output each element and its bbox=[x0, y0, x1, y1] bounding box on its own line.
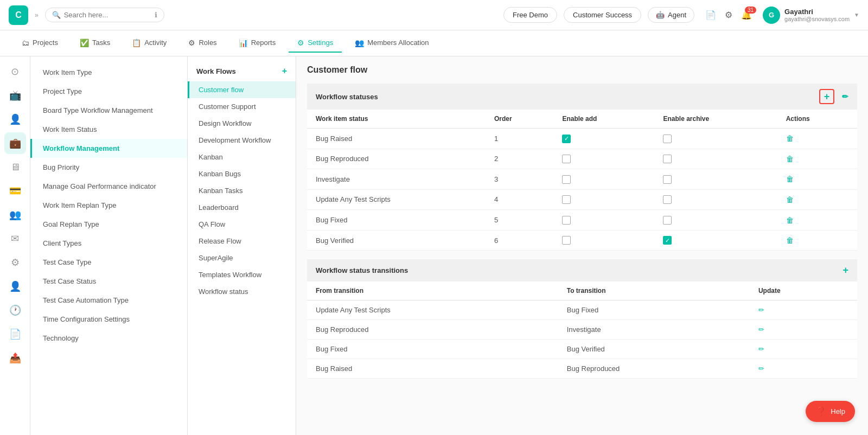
tab-tasks[interactable]: ✅ Tasks bbox=[71, 34, 119, 53]
settings-item-test-case-status[interactable]: Test Case Status bbox=[30, 272, 187, 291]
sidebar-icon-circle[interactable]: ⊙ bbox=[4, 61, 26, 82]
status-enable-archive[interactable] bbox=[654, 189, 777, 210]
workflow-item-superagile[interactable]: SuperAgile bbox=[188, 250, 296, 266]
status-enable-archive[interactable] bbox=[654, 210, 777, 231]
tab-reports[interactable]: 📊 Reports bbox=[230, 34, 285, 53]
delete-button[interactable]: 🗑 bbox=[786, 236, 794, 245]
sidebar-icon-group[interactable]: 👥 bbox=[4, 204, 26, 226]
enable-archive-checkbox[interactable] bbox=[663, 155, 672, 163]
settings-item-work-item-replan[interactable]: Work Item Replan Type bbox=[30, 196, 187, 215]
enable-add-checkbox[interactable] bbox=[562, 155, 571, 163]
tab-settings[interactable]: ⚙ Settings bbox=[289, 34, 342, 53]
status-enable-archive[interactable] bbox=[654, 149, 777, 169]
delete-button[interactable]: 🗑 bbox=[786, 155, 794, 163]
workflow-item-design-workflow[interactable]: Design Workflow bbox=[188, 115, 296, 132]
workflow-item-templates-workflow[interactable]: Templates Workflow bbox=[188, 266, 296, 283]
workflow-item-customer-support[interactable]: Customer Support bbox=[188, 98, 296, 115]
search-box[interactable]: 🔍 ℹ bbox=[45, 8, 164, 22]
tab-projects[interactable]: 🗂 Projects bbox=[13, 34, 67, 53]
settings-item-client-types[interactable]: Client Types bbox=[30, 234, 187, 253]
notification-icon[interactable]: 🔔 31 bbox=[741, 10, 752, 20]
transition-update[interactable]: ✏ bbox=[750, 320, 857, 340]
sidebar-icon-send[interactable]: 📤 bbox=[4, 347, 26, 369]
enable-add-checkbox[interactable]: ✓ bbox=[562, 135, 571, 143]
enable-add-checkbox[interactable] bbox=[562, 236, 571, 245]
document-icon[interactable]: 📄 bbox=[705, 10, 716, 20]
transition-edit-button[interactable]: ✏ bbox=[758, 325, 764, 334]
workflow-status-add-button[interactable]: + bbox=[819, 89, 834, 104]
settings-item-work-item-type[interactable]: Work Item Type bbox=[30, 63, 187, 82]
transitions-add-button[interactable]: + bbox=[843, 265, 848, 276]
settings-item-bug-priority[interactable]: Bug Priority bbox=[30, 158, 187, 177]
status-enable-add[interactable] bbox=[553, 189, 654, 210]
enable-add-checkbox[interactable] bbox=[562, 195, 571, 204]
status-enable-archive[interactable]: ✓ bbox=[654, 230, 777, 251]
settings-item-technology[interactable]: Technology bbox=[30, 329, 187, 348]
sidebar-icon-mail[interactable]: ✉ bbox=[4, 228, 26, 250]
enable-archive-checkbox[interactable] bbox=[663, 135, 672, 143]
status-enable-add[interactable]: ✓ bbox=[553, 129, 654, 149]
status-enable-archive[interactable] bbox=[654, 129, 777, 149]
enable-add-checkbox[interactable] bbox=[562, 216, 571, 225]
workflow-item-workflow-status[interactable]: Workflow status bbox=[188, 283, 296, 300]
workflow-item-kanban[interactable]: Kanban bbox=[188, 149, 296, 165]
tab-activity[interactable]: 📋 Activity bbox=[123, 34, 175, 53]
transition-edit-button[interactable]: ✏ bbox=[758, 306, 764, 314]
settings-item-work-item-status[interactable]: Work Item Status bbox=[30, 120, 187, 139]
transition-edit-button[interactable]: ✏ bbox=[758, 345, 764, 353]
workflow-item-development-workflow[interactable]: Development Workflow bbox=[188, 132, 296, 149]
enable-archive-checkbox[interactable]: ✓ bbox=[663, 236, 672, 245]
delete-button[interactable]: 🗑 bbox=[786, 216, 794, 225]
settings-item-goal-replan[interactable]: Goal Replan Type bbox=[30, 215, 187, 234]
settings-item-test-case-automation[interactable]: Test Case Automation Type bbox=[30, 291, 187, 310]
agent-button[interactable]: 🤖 Agent bbox=[648, 7, 694, 23]
sidebar-icon-doc[interactable]: 📄 bbox=[4, 323, 26, 345]
settings-item-time-config[interactable]: Time Configuration Settings bbox=[30, 310, 187, 329]
delete-button[interactable]: 🗑 bbox=[786, 134, 794, 143]
workflow-item-kanban-tasks[interactable]: Kanban Tasks bbox=[188, 182, 296, 199]
status-enable-add[interactable] bbox=[553, 149, 654, 169]
sidebar-icon-gear[interactable]: ⚙ bbox=[4, 252, 26, 273]
workflow-item-leaderboard[interactable]: Leaderboard bbox=[188, 199, 296, 216]
workflow-status-edit-button[interactable]: ✏ bbox=[842, 92, 848, 101]
enable-archive-checkbox[interactable] bbox=[663, 216, 672, 225]
enable-archive-checkbox[interactable] bbox=[663, 195, 672, 204]
sidebar-icon-card[interactable]: 💳 bbox=[4, 180, 26, 202]
sidebar-icon-clock[interactable]: 🕐 bbox=[4, 299, 26, 321]
status-enable-archive[interactable] bbox=[654, 169, 777, 190]
free-demo-button[interactable]: Free Demo bbox=[503, 7, 557, 23]
settings-item-project-type[interactable]: Project Type bbox=[30, 82, 187, 101]
status-enable-add[interactable] bbox=[553, 210, 654, 231]
settings-item-manage-goal[interactable]: Manage Goal Performance indicator bbox=[30, 177, 187, 196]
enable-archive-checkbox[interactable] bbox=[663, 175, 672, 184]
status-enable-add[interactable] bbox=[553, 169, 654, 190]
search-input[interactable] bbox=[64, 11, 151, 19]
settings-item-workflow-management[interactable]: Workflow Management bbox=[30, 139, 187, 158]
user-menu[interactable]: G Gayathri gayathri@snovasys.com ▼ bbox=[763, 7, 859, 24]
settings-item-board-type[interactable]: Board Type Workflow Management bbox=[30, 101, 187, 120]
sidebar-icon-monitor[interactable]: 🖥 bbox=[4, 156, 26, 178]
workflow-item-customer-flow[interactable]: Customer flow bbox=[188, 81, 296, 98]
sidebar-icon-person2[interactable]: 👤 bbox=[4, 276, 26, 297]
help-button[interactable]: ❓ Help bbox=[806, 401, 855, 422]
workflow-item-kanban-bugs[interactable]: Kanban Bugs bbox=[188, 165, 296, 182]
status-enable-add[interactable] bbox=[553, 230, 654, 251]
sidebar-icon-person[interactable]: 👤 bbox=[4, 108, 26, 130]
sidebar-icon-tv[interactable]: 📺 bbox=[4, 85, 26, 106]
tab-members-allocation[interactable]: 👥 Members Allocation bbox=[346, 34, 437, 53]
delete-button[interactable]: 🗑 bbox=[786, 175, 794, 183]
settings-icon[interactable]: ⚙ bbox=[725, 10, 732, 20]
workflow-item-qa-flow[interactable]: QA Flow bbox=[188, 216, 296, 233]
transition-update[interactable]: ✏ bbox=[750, 300, 857, 320]
tab-roles[interactable]: ⚙ Roles bbox=[180, 34, 225, 53]
transition-edit-button[interactable]: ✏ bbox=[758, 364, 764, 373]
settings-item-test-case-type[interactable]: Test Case Type bbox=[30, 253, 187, 272]
customer-success-button[interactable]: Customer Success bbox=[564, 7, 641, 23]
sidebar-icon-briefcase[interactable]: 💼 bbox=[4, 132, 26, 154]
transition-update[interactable]: ✏ bbox=[750, 359, 857, 379]
transition-update[interactable]: ✏ bbox=[750, 340, 857, 359]
enable-add-checkbox[interactable] bbox=[562, 175, 571, 184]
delete-button[interactable]: 🗑 bbox=[786, 195, 794, 204]
workflow-item-release-flow[interactable]: Release Flow bbox=[188, 233, 296, 250]
workflow-add-button[interactable]: + bbox=[282, 66, 287, 76]
